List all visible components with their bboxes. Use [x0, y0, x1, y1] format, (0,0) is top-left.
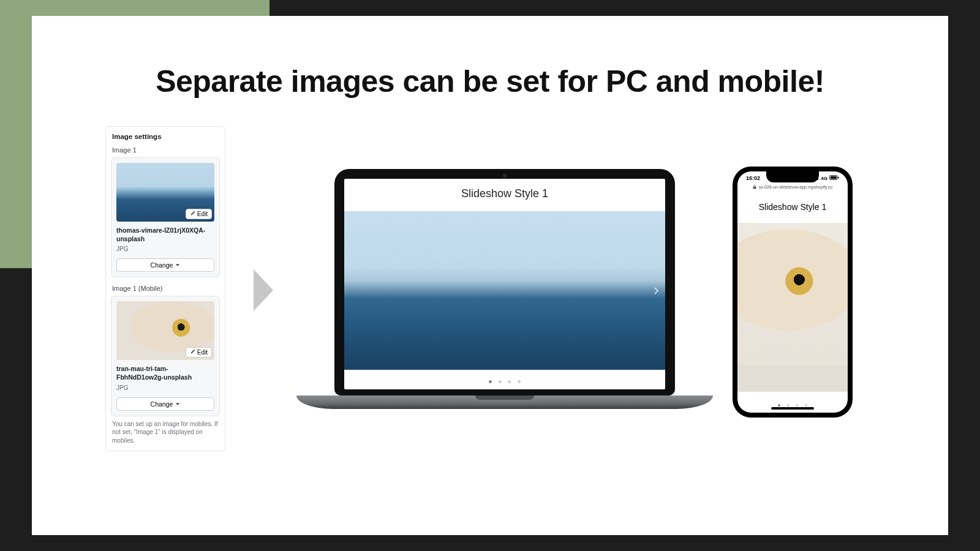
phone-slideshow-title: Slideshow Style 1 [737, 192, 848, 223]
phone-time: 16:02 [746, 175, 760, 181]
image1-label: Image 1 [111, 145, 220, 157]
phone-notch [766, 171, 819, 182]
dot-2[interactable] [787, 404, 790, 407]
image1-change-button[interactable]: Change [116, 258, 214, 272]
laptop-body: Slideshow Style 1 [334, 169, 675, 395]
laptop-slide-dots[interactable] [344, 370, 665, 389]
phone-slide-image [737, 223, 848, 365]
change-label: Change [151, 261, 173, 269]
network-label: 4G [821, 176, 827, 181]
image1-mobile-edit-button[interactable]: Edit [186, 347, 212, 358]
settings-title: Image settings [111, 132, 220, 145]
image1-filetype: JPG [116, 246, 214, 252]
change-label: Change [151, 400, 173, 408]
battery-icon [829, 175, 839, 181]
image1-filename: thomas-vimare-IZ01rjX0XQA-unsplash [116, 227, 214, 243]
image1-mobile-thumbnail[interactable]: Edit [116, 301, 214, 360]
svg-rect-5 [831, 176, 837, 179]
dot-1[interactable] [489, 380, 492, 383]
promo-slide: Separate images can be set for PC and mo… [0, 0, 980, 551]
image1-edit-button[interactable]: Edit [186, 209, 212, 219]
laptop-screen: Slideshow Style 1 [344, 179, 665, 389]
image1-mobile-filetype: JPG [116, 384, 214, 391]
dot-3[interactable] [796, 404, 798, 407]
white-card: Separate images can be set for PC and mo… [32, 16, 948, 535]
slideshow-next-button[interactable] [650, 285, 662, 296]
svg-rect-7 [753, 187, 756, 189]
edit-label: Edit [197, 211, 208, 217]
svg-rect-6 [838, 177, 839, 179]
image1-mobile-card: Edit tran-mau-tri-tam-FbhNdD1ow2g-unspla… [111, 296, 220, 416]
laptop-hinge-notch [475, 395, 534, 400]
headline: Separate images can be set for PC and mo… [32, 64, 948, 99]
image1-card: Edit thomas-vimare-IZ01rjX0XQA-unsplash … [111, 157, 220, 277]
image1-thumbnail[interactable]: Edit [116, 163, 214, 222]
image1-mobile-label: Image 1 (Mobile) [111, 283, 220, 296]
phone-url-bar[interactable]: ss-020-un-slideshow-app.myshopify.co [737, 184, 848, 192]
chevron-down-icon [175, 400, 180, 408]
edit-label: Edit [197, 349, 208, 356]
dot-2[interactable] [499, 380, 502, 383]
lock-icon [753, 185, 756, 190]
phone-image-pad [737, 365, 848, 392]
image1-mobile-filename: tran-mau-tri-tam-FbhNdD1ow2g-unsplash [116, 365, 214, 381]
dot-3[interactable] [508, 380, 511, 383]
laptop-slide-image [344, 211, 665, 370]
laptop-mockup: Slideshow Style 1 [296, 169, 713, 409]
pencil-icon [190, 349, 195, 356]
home-indicator[interactable] [771, 407, 814, 410]
dot-4[interactable] [805, 404, 807, 407]
dot-1[interactable] [778, 404, 780, 407]
laptop-slideshow-title: Slideshow Style 1 [344, 179, 665, 211]
image1-mobile-change-button[interactable]: Change [116, 397, 214, 411]
laptop-camera-icon [503, 174, 507, 178]
dot-4[interactable] [518, 380, 521, 383]
phone-mockup: 16:02 4G ss-020-un-slideshow-app.myshopi… [733, 167, 853, 418]
mobile-image-hint: You can set up an image for mobiles. If … [111, 416, 220, 445]
phone-url-text: ss-020-un-slideshow-app.myshopify.co [759, 185, 832, 189]
phone-screen: 16:02 4G ss-020-un-slideshow-app.myshopi… [737, 171, 848, 413]
pencil-icon [190, 211, 195, 217]
arrow-right-icon [254, 269, 273, 311]
chevron-down-icon [175, 261, 180, 269]
laptop-base [296, 395, 713, 409]
image-settings-panel: Image settings Image 1 Edit thomas-vimar… [105, 126, 225, 451]
